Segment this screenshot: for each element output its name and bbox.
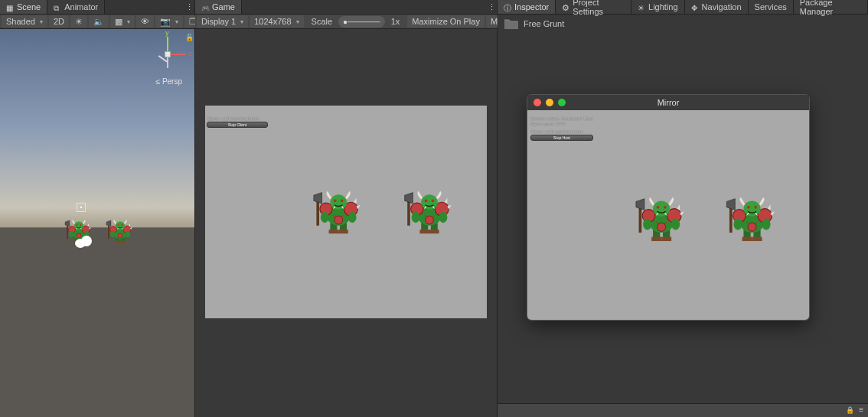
folder-icon	[504, 18, 519, 30]
tab-lighting[interactable]: Lighting	[631, 0, 685, 14]
orc-character	[403, 190, 453, 234]
statusbar-menu-icon[interactable]: ≡	[859, 406, 863, 414]
navigation-icon	[691, 3, 699, 11]
game-tab-menu[interactable]: ⋮	[486, 0, 497, 14]
tab-inspector[interactable]: Inspector	[498, 0, 556, 14]
hud-port-line: Server port: 7777	[530, 122, 593, 126]
display-label: Display 1	[201, 17, 236, 26]
gizmo-lock-icon[interactable]: 🔓	[185, 34, 193, 41]
scene-tab-menu[interactable]: ⋮	[184, 0, 194, 14]
scene-icon	[6, 3, 14, 11]
scale-label: Scale	[307, 15, 338, 28]
axis-y-neg-icon[interactable]	[167, 57, 168, 68]
hud-server-line: Server: active. Transport: Telepathy	[530, 116, 593, 121]
tab-game[interactable]: Game	[195, 0, 242, 14]
tab-lighting-label: Lighting	[648, 2, 678, 11]
scene-visibility-toggle[interactable]: 👁	[136, 15, 154, 28]
shading-mode-label: Shaded	[6, 17, 35, 26]
tab-services[interactable]: Services	[749, 0, 794, 14]
gear-icon	[562, 3, 569, 11]
game-viewport-frame: Client: address=localhost: Stop Client	[195, 29, 497, 417]
tab-scene[interactable]: Scene	[0, 0, 47, 14]
stop-host-button[interactable]: Stop Host	[530, 135, 593, 141]
scene-lighting-toggle[interactable]: ☀	[70, 15, 87, 28]
scene-camera-toggle[interactable]: 📷	[155, 15, 183, 28]
mirror-titlebar[interactable]: Mirror	[527, 95, 809, 110]
toggle-2d[interactable]: 2D	[49, 15, 69, 28]
stop-host-label: Stop Host	[553, 135, 570, 140]
resolution-label: 1024x768	[254, 17, 291, 26]
light-icon	[638, 3, 645, 11]
tab-animator[interactable]: Animator	[47, 0, 105, 14]
animator-icon	[54, 3, 61, 11]
hud-client-line: Client: address=localhost:	[207, 116, 268, 121]
hud-client-line: Client: address=localhost:	[530, 129, 593, 134]
shading-mode-dropdown[interactable]: Shaded	[2, 15, 47, 28]
mirror-characters	[635, 196, 776, 241]
game-viewport[interactable]: Client: address=localhost: Stop Client	[205, 106, 487, 318]
maximize-label: Maximize On Play	[412, 17, 480, 26]
axis-y-icon[interactable]	[167, 37, 168, 52]
scene-audio-toggle[interactable]: 🔈	[89, 15, 109, 28]
tab-project-settings-label: Project Settings	[573, 0, 625, 16]
scene-fx-toggle[interactable]: ▩	[110, 15, 135, 28]
game-icon	[201, 3, 209, 11]
inspector-status-bar: ≡	[498, 403, 868, 417]
tab-animator-label: Animator	[64, 2, 98, 11]
tab-services-label: Services	[755, 2, 787, 11]
selection-indicator-icon	[77, 203, 86, 212]
mirror-window[interactable]: Mirror Server: active. Transport: Telepa…	[527, 94, 810, 321]
game-characters	[312, 190, 453, 234]
resolution-dropdown[interactable]: 1024x768	[250, 15, 303, 28]
orc-character	[725, 196, 776, 241]
tab-package-manager[interactable]: Package Manager	[794, 0, 868, 14]
orientation-gizmo[interactable]	[148, 35, 187, 73]
orc-character	[635, 196, 686, 241]
tab-navigation-label: Navigation	[702, 2, 742, 11]
scene-ground	[0, 227, 194, 417]
mirror-viewport[interactable]: Server: active. Transport: Telepathy Ser…	[527, 110, 809, 320]
tab-navigation[interactable]: Navigation	[685, 0, 749, 14]
maximize-on-play-toggle[interactable]: Maximize On Play	[407, 15, 485, 28]
network-hud: Client: address=localhost: Stop Client	[207, 116, 268, 128]
lock-icon[interactable]	[846, 406, 854, 414]
inspector-icon	[504, 3, 511, 11]
orc-character	[106, 219, 133, 243]
gizmo-center-icon[interactable]	[165, 51, 171, 57]
display-dropdown[interactable]: Display 1	[197, 15, 248, 28]
scale-slider[interactable]: ●──────	[338, 16, 385, 28]
scene-viewport[interactable]: 🔓 ≤ Persp	[0, 29, 194, 417]
orc-character	[312, 190, 362, 234]
tab-project-settings[interactable]: Project Settings	[556, 0, 631, 14]
inspector-body: Mirror Server: active. Transport: Telepa…	[498, 33, 868, 417]
stop-client-button[interactable]: Stop Client	[207, 122, 268, 128]
projection-label[interactable]: ≤ Persp	[156, 77, 182, 86]
tab-package-manager-label: Package Manager	[800, 0, 861, 16]
stop-client-label: Stop Client	[228, 122, 246, 127]
asset-header: Free Grunt	[498, 15, 868, 33]
cloud-particle-icon	[73, 236, 95, 249]
tab-scene-label: Scene	[17, 2, 41, 11]
scale-value: 1x	[387, 15, 405, 28]
tab-game-label: Game	[212, 2, 235, 11]
mirror-network-hud: Server: active. Transport: Telepathy Ser…	[530, 116, 593, 141]
toggle-2d-label: 2D	[54, 17, 64, 26]
tab-inspector-label: Inspector	[514, 2, 549, 11]
mirror-title: Mirror	[527, 98, 809, 107]
axis-x-icon[interactable]	[171, 54, 186, 55]
asset-name: Free Grunt	[524, 19, 564, 28]
